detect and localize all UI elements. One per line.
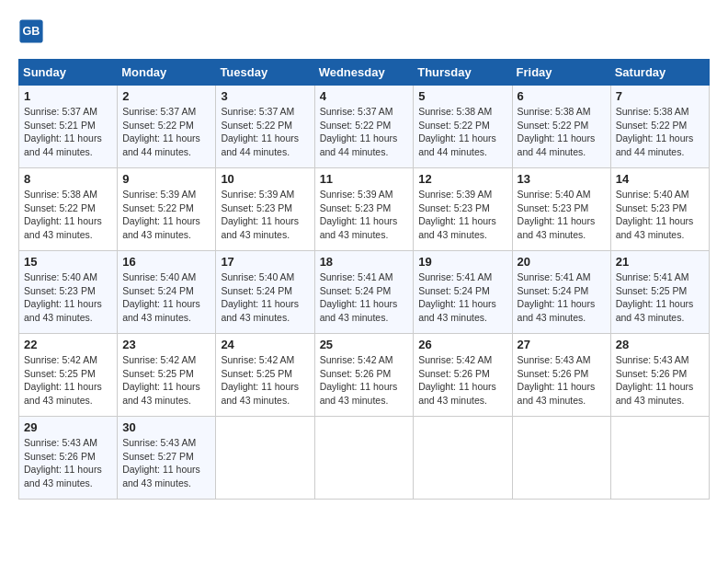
day-info: Sunrise: 5:38 AM Sunset: 5:22 PM Dayligh… xyxy=(24,188,112,242)
day-number: 3 xyxy=(221,89,309,103)
calendar-cell: 3 Sunrise: 5:37 AM Sunset: 5:22 PM Dayli… xyxy=(216,86,314,168)
calendar-cell xyxy=(512,417,610,500)
day-number: 14 xyxy=(616,172,704,186)
day-number: 17 xyxy=(221,255,309,269)
day-info: Sunrise: 5:40 AM Sunset: 5:24 PM Dayligh… xyxy=(122,270,210,325)
day-info: Sunrise: 5:39 AM Sunset: 5:23 PM Dayligh… xyxy=(221,188,309,242)
day-number: 25 xyxy=(320,338,409,351)
day-info: Sunrise: 5:42 AM Sunset: 5:25 PM Dayligh… xyxy=(221,353,309,408)
calendar-cell: 13 Sunrise: 5:40 AM Sunset: 5:23 PM Dayl… xyxy=(512,168,610,251)
calendar-cell: 27 Sunrise: 5:43 AM Sunset: 5:26 PM Dayl… xyxy=(512,334,610,417)
calendar-cell: 25 Sunrise: 5:42 AM Sunset: 5:26 PM Dayl… xyxy=(314,334,414,417)
day-number: 10 xyxy=(221,172,309,186)
calendar-cell: 17 Sunrise: 5:40 AM Sunset: 5:24 PM Dayl… xyxy=(216,251,314,334)
calendar-cell: 23 Sunrise: 5:42 AM Sunset: 5:25 PM Dayl… xyxy=(118,334,216,417)
day-info: Sunrise: 5:39 AM Sunset: 5:23 PM Dayligh… xyxy=(418,188,506,242)
day-info: Sunrise: 5:40 AM Sunset: 5:23 PM Dayligh… xyxy=(24,270,112,325)
calendar-cell: 7 Sunrise: 5:38 AM Sunset: 5:22 PM Dayli… xyxy=(610,86,709,168)
svg-text:GB: GB xyxy=(23,25,40,38)
day-number: 13 xyxy=(518,172,606,186)
calendar-cell: 28 Sunrise: 5:43 AM Sunset: 5:26 PM Dayl… xyxy=(610,334,709,417)
weekday-header-tuesday: Tuesday xyxy=(216,60,314,86)
day-number: 9 xyxy=(122,172,210,186)
day-number: 30 xyxy=(122,420,210,434)
calendar-cell: 26 Sunrise: 5:42 AM Sunset: 5:26 PM Dayl… xyxy=(414,334,512,417)
day-info: Sunrise: 5:40 AM Sunset: 5:23 PM Dayligh… xyxy=(518,188,606,242)
weekday-header-thursday: Thursday xyxy=(414,60,512,86)
day-info: Sunrise: 5:42 AM Sunset: 5:25 PM Dayligh… xyxy=(24,353,112,408)
day-info: Sunrise: 5:42 AM Sunset: 5:26 PM Dayligh… xyxy=(418,353,506,408)
calendar-cell: 22 Sunrise: 5:42 AM Sunset: 5:25 PM Dayl… xyxy=(19,334,118,417)
calendar-cell: 2 Sunrise: 5:37 AM Sunset: 5:22 PM Dayli… xyxy=(118,86,216,168)
day-number: 7 xyxy=(616,89,704,103)
calendar-cell: 6 Sunrise: 5:38 AM Sunset: 5:22 PM Dayli… xyxy=(512,86,610,168)
day-number: 4 xyxy=(320,89,409,103)
day-info: Sunrise: 5:39 AM Sunset: 5:22 PM Dayligh… xyxy=(122,188,210,242)
day-info: Sunrise: 5:41 AM Sunset: 5:24 PM Dayligh… xyxy=(418,270,506,325)
calendar-cell: 20 Sunrise: 5:41 AM Sunset: 5:24 PM Dayl… xyxy=(512,251,610,334)
day-number: 18 xyxy=(320,255,409,269)
calendar-cell: 12 Sunrise: 5:39 AM Sunset: 5:23 PM Dayl… xyxy=(414,168,512,251)
day-number: 23 xyxy=(122,338,210,351)
calendar-cell: 29 Sunrise: 5:43 AM Sunset: 5:26 PM Dayl… xyxy=(19,417,118,500)
calendar-cell: 19 Sunrise: 5:41 AM Sunset: 5:24 PM Dayl… xyxy=(414,251,512,334)
day-number: 22 xyxy=(24,338,112,351)
day-number: 8 xyxy=(24,172,112,186)
day-info: Sunrise: 5:43 AM Sunset: 5:26 PM Dayligh… xyxy=(518,353,606,408)
day-info: Sunrise: 5:38 AM Sunset: 5:22 PM Dayligh… xyxy=(518,105,606,159)
day-number: 24 xyxy=(221,338,309,351)
calendar-cell xyxy=(610,417,709,500)
day-info: Sunrise: 5:38 AM Sunset: 5:22 PM Dayligh… xyxy=(418,105,506,159)
day-info: Sunrise: 5:43 AM Sunset: 5:27 PM Dayligh… xyxy=(122,436,210,490)
weekday-header-wednesday: Wednesday xyxy=(314,60,414,86)
day-number: 28 xyxy=(616,338,704,351)
day-info: Sunrise: 5:40 AM Sunset: 5:24 PM Dayligh… xyxy=(221,270,309,325)
calendar-cell: 1 Sunrise: 5:37 AM Sunset: 5:21 PM Dayli… xyxy=(19,86,118,168)
day-info: Sunrise: 5:43 AM Sunset: 5:26 PM Dayligh… xyxy=(616,353,704,408)
weekday-header-monday: Monday xyxy=(118,60,216,86)
logo-icon: GB xyxy=(18,18,44,44)
day-number: 26 xyxy=(418,338,506,351)
calendar-table: SundayMondayTuesdayWednesdayThursdayFrid… xyxy=(18,59,710,500)
day-number: 15 xyxy=(24,255,112,269)
day-info: Sunrise: 5:37 AM Sunset: 5:22 PM Dayligh… xyxy=(122,105,210,159)
day-number: 1 xyxy=(24,89,112,103)
day-info: Sunrise: 5:37 AM Sunset: 5:21 PM Dayligh… xyxy=(24,105,112,159)
weekday-header-saturday: Saturday xyxy=(610,60,709,86)
weekday-header-sunday: Sunday xyxy=(19,60,118,86)
calendar-cell: 5 Sunrise: 5:38 AM Sunset: 5:22 PM Dayli… xyxy=(414,86,512,168)
calendar-cell xyxy=(414,417,512,500)
page-header: GB xyxy=(18,18,710,44)
day-info: Sunrise: 5:42 AM Sunset: 5:25 PM Dayligh… xyxy=(122,353,210,408)
day-number: 16 xyxy=(122,255,210,269)
day-info: Sunrise: 5:40 AM Sunset: 5:23 PM Dayligh… xyxy=(616,188,704,242)
calendar-cell: 24 Sunrise: 5:42 AM Sunset: 5:25 PM Dayl… xyxy=(216,334,314,417)
day-number: 5 xyxy=(418,89,506,103)
calendar-cell: 4 Sunrise: 5:37 AM Sunset: 5:22 PM Dayli… xyxy=(314,86,414,168)
calendar-cell: 14 Sunrise: 5:40 AM Sunset: 5:23 PM Dayl… xyxy=(610,168,709,251)
day-info: Sunrise: 5:43 AM Sunset: 5:26 PM Dayligh… xyxy=(24,436,112,490)
day-number: 6 xyxy=(518,89,606,103)
calendar-cell: 16 Sunrise: 5:40 AM Sunset: 5:24 PM Dayl… xyxy=(118,251,216,334)
day-number: 12 xyxy=(418,172,506,186)
day-info: Sunrise: 5:41 AM Sunset: 5:25 PM Dayligh… xyxy=(616,270,704,325)
calendar-cell: 10 Sunrise: 5:39 AM Sunset: 5:23 PM Dayl… xyxy=(216,168,314,251)
calendar-cell: 18 Sunrise: 5:41 AM Sunset: 5:24 PM Dayl… xyxy=(314,251,414,334)
day-number: 19 xyxy=(418,255,506,269)
day-number: 2 xyxy=(122,89,210,103)
day-number: 11 xyxy=(320,172,409,186)
day-info: Sunrise: 5:42 AM Sunset: 5:26 PM Dayligh… xyxy=(320,353,409,408)
day-info: Sunrise: 5:37 AM Sunset: 5:22 PM Dayligh… xyxy=(320,105,409,159)
calendar-cell xyxy=(216,417,314,500)
day-number: 21 xyxy=(616,255,704,269)
day-info: Sunrise: 5:38 AM Sunset: 5:22 PM Dayligh… xyxy=(616,105,704,159)
day-number: 29 xyxy=(24,420,112,434)
calendar-cell: 15 Sunrise: 5:40 AM Sunset: 5:23 PM Dayl… xyxy=(19,251,118,334)
logo: GB xyxy=(18,18,48,44)
weekday-header-friday: Friday xyxy=(512,60,610,86)
calendar-cell: 9 Sunrise: 5:39 AM Sunset: 5:22 PM Dayli… xyxy=(118,168,216,251)
calendar-cell: 8 Sunrise: 5:38 AM Sunset: 5:22 PM Dayli… xyxy=(19,168,118,251)
calendar-cell xyxy=(314,417,414,500)
day-info: Sunrise: 5:37 AM Sunset: 5:22 PM Dayligh… xyxy=(221,105,309,159)
day-number: 27 xyxy=(518,338,606,351)
